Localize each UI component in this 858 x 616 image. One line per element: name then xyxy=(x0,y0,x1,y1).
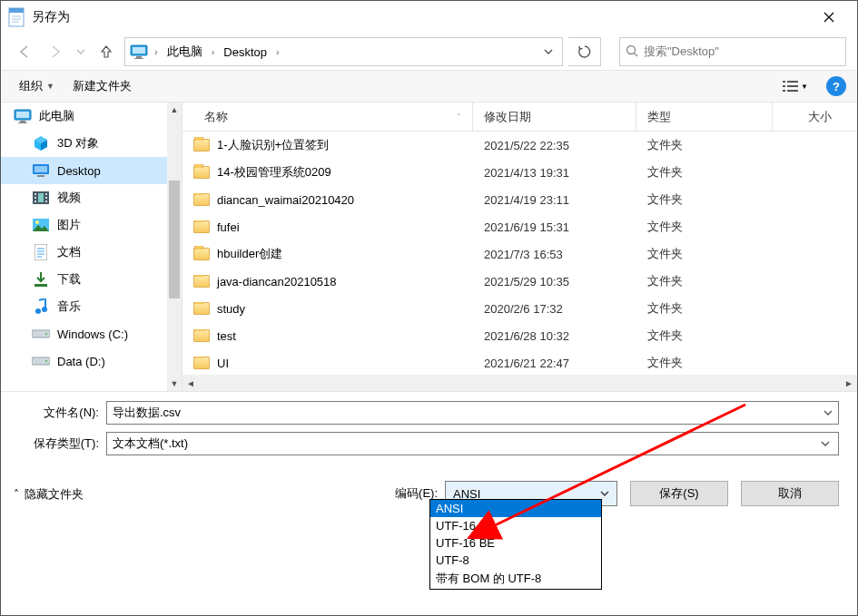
save-button[interactable]: 保存(S) xyxy=(630,481,728,506)
encoding-option[interactable]: UTF-8 xyxy=(430,552,601,569)
command-bar: 组织 ▼ 新建文件夹 ▼ ? xyxy=(1,70,857,103)
close-button[interactable] xyxy=(808,4,850,31)
file-date: 2021/7/3 16:53 xyxy=(473,248,636,261)
folder-icon xyxy=(193,329,210,342)
filetype-combobox[interactable]: 文本文档(*.txt) xyxy=(106,432,839,455)
sidebar-item[interactable]: 视频 xyxy=(1,184,182,211)
svg-rect-8 xyxy=(134,58,143,59)
encoding-option[interactable]: ANSI xyxy=(430,500,601,517)
chevron-right-icon[interactable]: › xyxy=(274,46,281,57)
file-row[interactable]: 1-人脸识别+位置签到2021/5/22 22:35文件夹 xyxy=(182,132,857,159)
search-input[interactable]: 搜索"Desktop" xyxy=(619,37,846,66)
file-type: 文件夹 xyxy=(636,300,773,317)
file-date: 2021/5/22 22:35 xyxy=(473,139,636,152)
svg-point-33 xyxy=(35,220,39,224)
sidebar-item[interactable]: 图片 xyxy=(1,211,182,239)
column-header-type[interactable]: 类型 xyxy=(636,103,773,131)
save-form: 文件名(N): 保存类型(T): 文本文档(*.txt) xyxy=(1,391,857,468)
drive-icon xyxy=(32,325,50,343)
navigation-bar: › 此电脑 › Desktop › 搜索"Desktop" xyxy=(1,34,857,70)
file-row[interactable]: test2021/6/28 10:32文件夹 xyxy=(182,322,857,349)
breadcrumb-root[interactable]: 此电脑 xyxy=(163,44,206,60)
file-row[interactable]: fufei2021/6/19 15:31文件夹 xyxy=(182,213,857,240)
filename-field[interactable] xyxy=(107,402,818,424)
view-options-button[interactable]: ▼ xyxy=(777,76,814,96)
filetype-value: 文本文档(*.txt) xyxy=(113,435,818,452)
file-row[interactable]: java-diancan202105182021/5/29 10:35文件夹 xyxy=(182,268,857,295)
chevron-right-icon[interactable]: › xyxy=(153,46,160,57)
column-header-name[interactable]: 名称 ˄ xyxy=(182,103,473,131)
chevron-right-icon[interactable]: › xyxy=(210,46,217,57)
file-row[interactable]: 14-校园管理系统02092021/4/13 19:31文件夹 xyxy=(182,159,857,186)
filename-label: 文件名(N): xyxy=(19,405,106,421)
column-header-size[interactable]: 大小 xyxy=(773,103,857,131)
sidebar-item-label: 此电脑 xyxy=(39,108,74,124)
sidebar-item-label: 图片 xyxy=(57,217,81,233)
sidebar-item[interactable]: 下载 xyxy=(1,266,182,293)
folder-icon xyxy=(193,166,210,179)
filename-input[interactable] xyxy=(106,401,839,425)
recent-locations-button[interactable] xyxy=(74,39,88,64)
svg-rect-26 xyxy=(35,197,36,199)
address-dropdown-button[interactable] xyxy=(537,38,558,65)
forward-button[interactable] xyxy=(43,39,68,64)
folder-icon xyxy=(193,302,210,315)
new-folder-button[interactable]: 新建文件夹 xyxy=(65,74,139,98)
encoding-dropdown-list[interactable]: ANSIUTF-16 LEUTF-16 BEUTF-8带有 BOM 的 UTF-… xyxy=(429,499,602,590)
file-name: test xyxy=(217,329,236,343)
filename-history-button[interactable] xyxy=(818,402,838,424)
scrollbar-thumb[interactable] xyxy=(169,181,180,298)
sidebar-item-label: 3D 对象 xyxy=(57,135,99,152)
sidebar-item[interactable]: 3D 对象 xyxy=(1,130,182,157)
file-type: 文件夹 xyxy=(636,273,773,289)
file-row[interactable]: study2020/2/6 17:32文件夹 xyxy=(182,295,857,322)
organize-button[interactable]: 组织 ▼ xyxy=(12,74,62,98)
notepad-icon xyxy=(8,7,25,27)
sidebar-item[interactable]: 此电脑 xyxy=(1,103,182,130)
file-row[interactable]: hbuilder创建2021/7/3 16:53文件夹 xyxy=(182,240,857,268)
chevron-down-icon: ▼ xyxy=(801,83,808,91)
scroll-right-button[interactable]: ► xyxy=(841,375,857,391)
breadcrumb-folder[interactable]: Desktop xyxy=(220,45,271,59)
up-button[interactable] xyxy=(94,39,119,64)
chevron-down-icon: ▼ xyxy=(46,82,54,91)
encoding-option[interactable]: 带有 BOM 的 UTF-8 xyxy=(430,569,601,589)
svg-rect-14 xyxy=(787,85,798,87)
desktop-icon xyxy=(32,161,50,180)
scroll-left-button[interactable]: ◄ xyxy=(182,375,199,391)
sidebar-item[interactable]: Desktop xyxy=(1,157,182,184)
help-button[interactable]: ? xyxy=(826,76,846,96)
search-placeholder: 搜索"Desktop" xyxy=(644,44,719,60)
save-button-label: 保存(S) xyxy=(659,485,698,502)
file-type: 文件夹 xyxy=(636,246,773,262)
svg-rect-27 xyxy=(35,200,36,202)
refresh-button[interactable] xyxy=(568,37,601,66)
svg-point-9 xyxy=(627,45,636,54)
scroll-down-button[interactable]: ▼ xyxy=(167,376,182,391)
address-bar[interactable]: › 此电脑 › Desktop › xyxy=(124,37,563,66)
horizontal-scrollbar[interactable]: ◄ ► xyxy=(182,375,857,391)
sidebar-item-label: Data (D:) xyxy=(57,355,105,368)
sidebar-item[interactable]: 文档 xyxy=(1,239,182,266)
svg-rect-31 xyxy=(38,193,44,202)
column-header-date[interactable]: 修改日期 xyxy=(473,103,636,131)
encoding-option[interactable]: UTF-16 BE xyxy=(430,534,601,552)
sidebar-item[interactable]: Windows (C:) xyxy=(1,320,182,347)
svg-rect-20 xyxy=(18,122,27,123)
cancel-button[interactable]: 取消 xyxy=(741,481,839,506)
sidebar-item[interactable]: 音乐 xyxy=(1,293,182,320)
sidebar-scrollbar[interactable]: ▲▼ xyxy=(167,103,182,391)
scroll-up-button[interactable]: ▲ xyxy=(167,103,182,117)
file-row[interactable]: diancan_waimai202104202021/4/19 23:11文件夹 xyxy=(182,186,857,213)
file-date: 2021/6/19 15:31 xyxy=(473,220,636,234)
file-row[interactable]: UI2021/6/21 22:47文件夹 xyxy=(182,349,857,376)
hide-folders-label: 隐藏文件夹 xyxy=(25,486,84,503)
file-type: 文件夹 xyxy=(636,137,773,153)
svg-point-40 xyxy=(35,308,41,314)
back-button[interactable] xyxy=(12,39,37,64)
hide-folders-toggle[interactable]: ˄ 隐藏文件夹 xyxy=(14,481,84,503)
encoding-option[interactable]: UTF-16 LE xyxy=(430,517,601,534)
file-date: 2021/4/19 23:11 xyxy=(473,193,636,207)
file-type: 文件夹 xyxy=(636,355,773,371)
sidebar-item[interactable]: Data (D:) xyxy=(1,347,182,375)
